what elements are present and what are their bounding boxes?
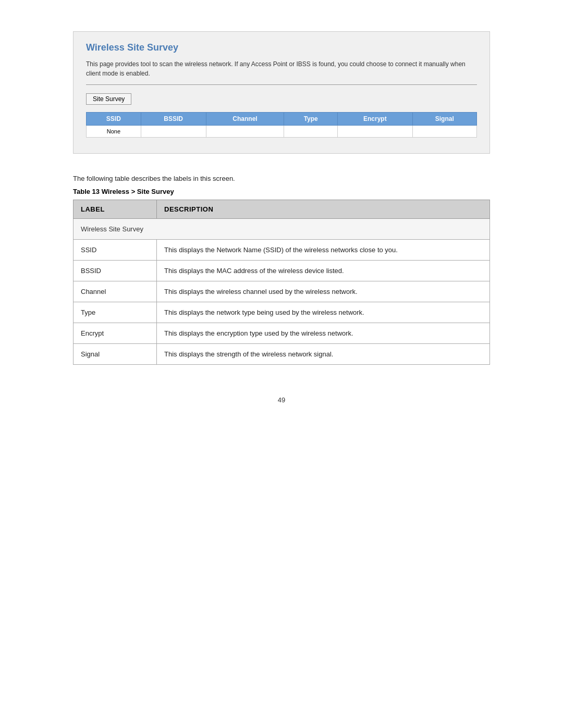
ref-description-cell: This displays the encryption type used b… (157, 323, 490, 344)
cell-encrypt (338, 126, 413, 138)
page-container: Wireless Site Survey This page provides … (73, 31, 490, 404)
table-caption: Table 13 Wireless > Site Survey (73, 188, 490, 195)
site-survey-button[interactable]: Site Survey (86, 93, 131, 105)
panel-title: Wireless Site Survey (86, 42, 477, 53)
ref-table-row: SSIDThis displays the Network Name (SSID… (74, 240, 490, 261)
description-text: The following table describes the labels… (73, 175, 490, 182)
cell-type (284, 126, 338, 138)
panel-description: This page provides tool to scan the wire… (86, 59, 477, 85)
ref-label-cell: Encrypt (74, 323, 157, 344)
ref-table-row: ChannelThis displays the wireless channe… (74, 281, 490, 302)
ref-description-cell: This displays the strength of the wirele… (157, 344, 490, 365)
ref-col-description: DESCRIPTION (157, 200, 490, 219)
col-header-signal: Signal (412, 113, 476, 126)
ref-description-cell: This displays the MAC address of the wir… (157, 261, 490, 281)
ref-label-cell: BSSID (74, 261, 157, 281)
col-header-channel: Channel (206, 113, 284, 126)
ref-description-cell: This displays the network type being use… (157, 302, 490, 323)
cell-signal (412, 126, 476, 138)
page-number: 49 (73, 396, 490, 404)
col-header-encrypt: Encrypt (338, 113, 413, 126)
table-title: Wireless > Site Survey (102, 188, 174, 195)
ref-table-row: EncryptThis displays the encryption type… (74, 323, 490, 344)
ref-table-row: Wireless Site Survey (74, 219, 490, 240)
survey-table: SSID BSSID Channel Type Encrypt Signal N… (86, 112, 477, 138)
ref-description-cell: This displays the wireless channel used … (157, 281, 490, 302)
ref-table-row: TypeThis displays the network type being… (74, 302, 490, 323)
ref-section-header: Wireless Site Survey (74, 219, 490, 240)
ref-col-label: LABEL (74, 200, 157, 219)
ref-label-cell: SSID (74, 240, 157, 261)
ref-description-cell: This displays the Network Name (SSID) of… (157, 240, 490, 261)
ref-table-row: SignalThis displays the strength of the … (74, 344, 490, 365)
cell-channel (206, 126, 284, 138)
wireless-panel: Wireless Site Survey This page provides … (73, 31, 490, 154)
col-header-bssid: BSSID (141, 113, 206, 126)
table-row: None (87, 126, 477, 138)
ref-label-cell: Channel (74, 281, 157, 302)
ref-label-cell: Signal (74, 344, 157, 365)
table-number: Table 13 (73, 188, 100, 195)
cell-ssid: None (87, 126, 141, 138)
cell-bssid (141, 126, 206, 138)
col-header-type: Type (284, 113, 338, 126)
ref-table-row: BSSIDThis displays the MAC address of th… (74, 261, 490, 281)
ref-label-cell: Type (74, 302, 157, 323)
col-header-ssid: SSID (87, 113, 141, 126)
reference-table: LABEL DESCRIPTION Wireless Site SurveySS… (73, 200, 490, 365)
